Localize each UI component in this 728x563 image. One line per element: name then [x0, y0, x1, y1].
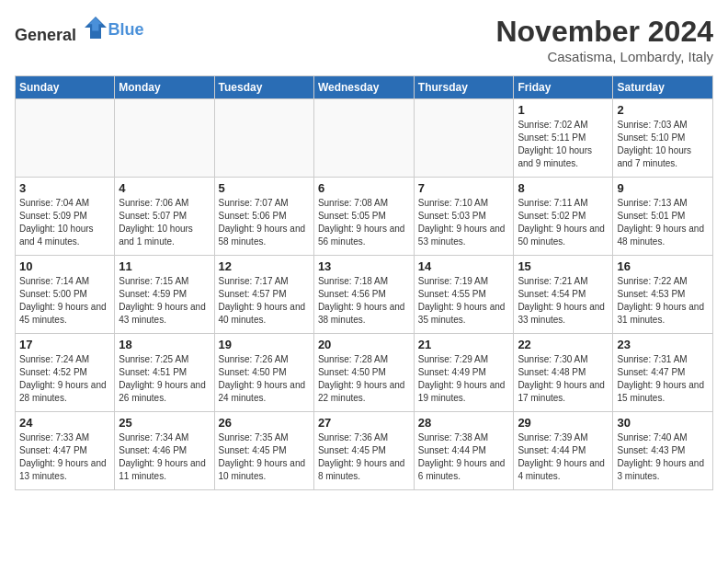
day-number: 27 — [318, 416, 410, 430]
weekday-header-friday: Friday — [514, 76, 613, 99]
day-info: Sunrise: 7:15 AM Sunset: 4:59 PM Dayligh… — [119, 275, 210, 327]
day-number: 14 — [418, 259, 510, 273]
day-info: Sunrise: 7:07 AM Sunset: 5:06 PM Dayligh… — [219, 197, 310, 248]
day-number: 10 — [19, 259, 110, 273]
day-info: Sunrise: 7:25 AM Sunset: 4:51 PM Dayligh… — [119, 353, 210, 405]
calendar-cell: 5Sunrise: 7:07 AM Sunset: 5:06 PM Daylig… — [214, 178, 313, 256]
calendar-cell: 3Sunrise: 7:04 AM Sunset: 5:09 PM Daylig… — [16, 178, 115, 256]
calendar-cell: 19Sunrise: 7:26 AM Sunset: 4:50 PM Dayli… — [214, 334, 313, 412]
calendar-cell — [313, 99, 414, 178]
day-number: 25 — [119, 416, 210, 430]
day-number: 7 — [418, 181, 510, 195]
day-number: 12 — [219, 259, 310, 273]
day-number: 23 — [617, 338, 709, 351]
location-subtitle: Casatisma, Lombardy, Italy — [495, 49, 713, 64]
day-number: 16 — [617, 259, 709, 273]
weekday-header-monday: Monday — [115, 76, 214, 99]
calendar-cell: 10Sunrise: 7:14 AM Sunset: 5:00 PM Dayli… — [16, 256, 115, 334]
logo-icon — [83, 15, 108, 40]
day-info: Sunrise: 7:21 AM Sunset: 4:54 PM Dayligh… — [518, 275, 609, 327]
day-number: 21 — [418, 338, 510, 351]
calendar-cell: 20Sunrise: 7:28 AM Sunset: 4:50 PM Dayli… — [313, 334, 414, 412]
calendar-header: SundayMondayTuesdayWednesdayThursdayFrid… — [16, 76, 713, 99]
calendar-cell: 11Sunrise: 7:15 AM Sunset: 4:59 PM Dayli… — [115, 256, 214, 334]
logo: General Blue — [15, 15, 144, 45]
day-number: 11 — [119, 259, 210, 273]
weekday-header-sunday: Sunday — [16, 76, 115, 99]
day-number: 1 — [518, 103, 609, 117]
calendar-cell: 18Sunrise: 7:25 AM Sunset: 4:51 PM Dayli… — [115, 334, 214, 412]
day-info: Sunrise: 7:03 AM Sunset: 5:10 PM Dayligh… — [617, 119, 709, 170]
calendar-cell: 1Sunrise: 7:02 AM Sunset: 5:11 PM Daylig… — [514, 99, 613, 178]
day-number: 9 — [617, 181, 709, 195]
calendar-cell: 9Sunrise: 7:13 AM Sunset: 5:01 PM Daylig… — [613, 178, 713, 256]
day-info: Sunrise: 7:29 AM Sunset: 4:49 PM Dayligh… — [418, 353, 510, 405]
calendar-cell — [214, 99, 313, 178]
day-number: 19 — [219, 338, 310, 351]
calendar-cell: 17Sunrise: 7:24 AM Sunset: 4:52 PM Dayli… — [16, 334, 115, 412]
day-number: 6 — [318, 181, 410, 195]
week-row-2: 3Sunrise: 7:04 AM Sunset: 5:09 PM Daylig… — [16, 178, 713, 256]
page-header: General Blue November 2024 Casatisma, Lo… — [15, 15, 713, 64]
day-info: Sunrise: 7:33 AM Sunset: 4:47 PM Dayligh… — [19, 431, 110, 483]
day-number: 20 — [318, 338, 410, 351]
day-number: 17 — [19, 338, 110, 351]
calendar-cell: 6Sunrise: 7:08 AM Sunset: 5:05 PM Daylig… — [313, 178, 414, 256]
day-info: Sunrise: 7:24 AM Sunset: 4:52 PM Dayligh… — [19, 353, 110, 405]
day-number: 29 — [518, 416, 609, 430]
day-info: Sunrise: 7:04 AM Sunset: 5:09 PM Dayligh… — [19, 197, 110, 248]
week-row-3: 10Sunrise: 7:14 AM Sunset: 5:00 PM Dayli… — [16, 256, 713, 334]
day-info: Sunrise: 7:30 AM Sunset: 4:48 PM Dayligh… — [518, 353, 609, 405]
day-info: Sunrise: 7:31 AM Sunset: 4:47 PM Dayligh… — [617, 353, 709, 405]
calendar-table: SundayMondayTuesdayWednesdayThursdayFrid… — [15, 75, 713, 490]
day-info: Sunrise: 7:17 AM Sunset: 4:57 PM Dayligh… — [219, 275, 310, 327]
day-info: Sunrise: 7:02 AM Sunset: 5:11 PM Dayligh… — [518, 119, 609, 170]
day-info: Sunrise: 7:10 AM Sunset: 5:03 PM Dayligh… — [418, 197, 510, 248]
calendar-body: 1Sunrise: 7:02 AM Sunset: 5:11 PM Daylig… — [16, 99, 713, 490]
calendar-cell: 28Sunrise: 7:38 AM Sunset: 4:44 PM Dayli… — [414, 412, 514, 490]
calendar-cell: 12Sunrise: 7:17 AM Sunset: 4:57 PM Dayli… — [214, 256, 313, 334]
calendar-cell: 21Sunrise: 7:29 AM Sunset: 4:49 PM Dayli… — [414, 334, 514, 412]
day-number: 18 — [119, 338, 210, 351]
day-number: 26 — [219, 416, 310, 430]
weekday-header-wednesday: Wednesday — [313, 76, 414, 99]
day-info: Sunrise: 7:22 AM Sunset: 4:53 PM Dayligh… — [617, 275, 709, 327]
calendar-cell: 29Sunrise: 7:39 AM Sunset: 4:44 PM Dayli… — [514, 412, 613, 490]
day-number: 5 — [219, 181, 310, 195]
month-year-title: November 2024 — [495, 15, 713, 49]
day-info: Sunrise: 7:13 AM Sunset: 5:01 PM Dayligh… — [617, 197, 709, 248]
day-number: 15 — [518, 259, 609, 273]
weekday-header-saturday: Saturday — [613, 76, 713, 99]
calendar-cell: 13Sunrise: 7:18 AM Sunset: 4:56 PM Dayli… — [313, 256, 414, 334]
calendar-cell: 30Sunrise: 7:40 AM Sunset: 4:43 PM Dayli… — [613, 412, 713, 490]
weekday-header-thursday: Thursday — [414, 76, 514, 99]
day-number: 28 — [418, 416, 510, 430]
calendar-cell: 26Sunrise: 7:35 AM Sunset: 4:45 PM Dayli… — [214, 412, 313, 490]
logo-blue: Blue — [108, 20, 144, 39]
calendar-cell: 25Sunrise: 7:34 AM Sunset: 4:46 PM Dayli… — [115, 412, 214, 490]
day-info: Sunrise: 7:36 AM Sunset: 4:45 PM Dayligh… — [318, 431, 410, 483]
title-block: November 2024 Casatisma, Lombardy, Italy — [495, 15, 713, 64]
day-number: 30 — [617, 416, 709, 430]
day-info: Sunrise: 7:38 AM Sunset: 4:44 PM Dayligh… — [418, 431, 510, 483]
weekday-header-tuesday: Tuesday — [214, 76, 313, 99]
day-info: Sunrise: 7:35 AM Sunset: 4:45 PM Dayligh… — [219, 431, 310, 483]
day-info: Sunrise: 7:08 AM Sunset: 5:05 PM Dayligh… — [318, 197, 410, 248]
weekday-header-row: SundayMondayTuesdayWednesdayThursdayFrid… — [16, 76, 713, 99]
day-info: Sunrise: 7:40 AM Sunset: 4:43 PM Dayligh… — [617, 431, 709, 483]
calendar-cell: 24Sunrise: 7:33 AM Sunset: 4:47 PM Dayli… — [16, 412, 115, 490]
calendar-cell: 2Sunrise: 7:03 AM Sunset: 5:10 PM Daylig… — [613, 99, 713, 178]
day-number: 8 — [518, 181, 609, 195]
calendar-cell — [115, 99, 214, 178]
calendar-cell: 4Sunrise: 7:06 AM Sunset: 5:07 PM Daylig… — [115, 178, 214, 256]
calendar-cell — [16, 99, 115, 178]
day-info: Sunrise: 7:39 AM Sunset: 4:44 PM Dayligh… — [518, 431, 609, 483]
week-row-1: 1Sunrise: 7:02 AM Sunset: 5:11 PM Daylig… — [16, 99, 713, 178]
calendar-cell: 8Sunrise: 7:11 AM Sunset: 5:02 PM Daylig… — [514, 178, 613, 256]
day-info: Sunrise: 7:14 AM Sunset: 5:00 PM Dayligh… — [19, 275, 110, 327]
week-row-5: 24Sunrise: 7:33 AM Sunset: 4:47 PM Dayli… — [16, 412, 713, 490]
day-info: Sunrise: 7:19 AM Sunset: 4:55 PM Dayligh… — [418, 275, 510, 327]
calendar-cell: 7Sunrise: 7:10 AM Sunset: 5:03 PM Daylig… — [414, 178, 514, 256]
day-number: 2 — [617, 103, 709, 117]
day-number: 24 — [19, 416, 110, 430]
